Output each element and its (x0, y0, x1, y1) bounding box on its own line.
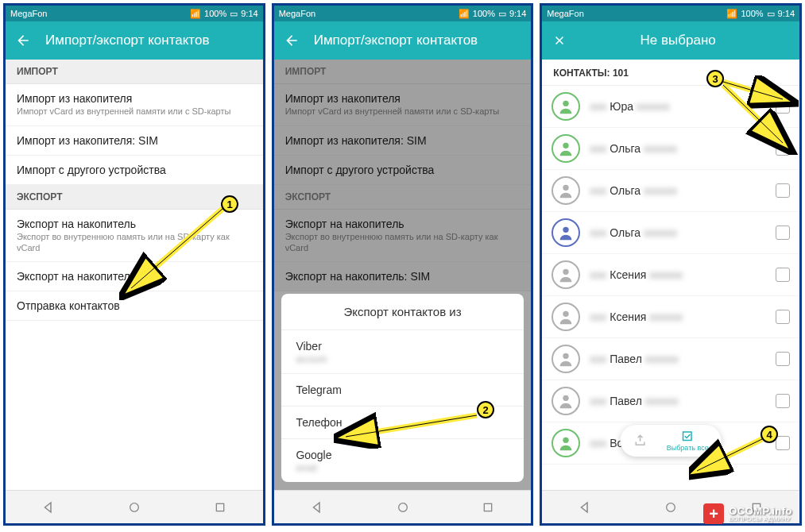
row-import-storage[interactable]: Импорт из накопителя Импорт vCard из вну… (6, 84, 263, 126)
watermark-line1: OCOMP.info (729, 506, 792, 516)
svg-point-11 (563, 395, 569, 401)
clock-label: 9:14 (778, 9, 795, 18)
battery-icon: ▭ (498, 9, 506, 19)
contact-checkbox[interactable] (776, 268, 790, 282)
contact-checkbox[interactable] (776, 436, 790, 450)
svg-rect-3 (485, 503, 492, 511)
contact-row[interactable]: xxx Павел xxxxxx (542, 338, 799, 380)
carrier-label: MegaFon (279, 9, 315, 18)
svg-point-4 (563, 101, 569, 106)
contact-checkbox[interactable] (776, 183, 790, 198)
annotation-arrow-2 (334, 409, 485, 449)
svg-point-8 (563, 269, 569, 275)
nav-home-icon[interactable] (655, 496, 687, 519)
contact-name-label: xxx Ксения xxxxxx (590, 310, 776, 323)
app-header: Импорт/экспорт контактов (274, 21, 532, 60)
contact-name-label: xxx Павел xxxxxx (590, 395, 776, 407)
row-import-other-device[interactable]: Импорт с другого устройства (6, 156, 263, 185)
contact-row[interactable]: xxx Ксения xxxxxx (542, 296, 799, 338)
dialog-option-viber[interactable]: Viber account (281, 330, 523, 374)
app-header: Не выбрано (542, 21, 799, 60)
avatar-icon (552, 260, 580, 289)
clock-label: 9:14 (509, 9, 526, 18)
avatar-icon (552, 218, 580, 247)
svg-point-14 (667, 503, 675, 511)
svg-point-10 (563, 353, 569, 359)
annotation-arrow-1 (119, 205, 230, 300)
svg-point-9 (563, 311, 569, 317)
annotation-arrow-3b (719, 83, 799, 155)
signal-icon: 📶 (190, 9, 201, 19)
annotation-marker-3: 3 (706, 70, 724, 87)
page-title: Не выбрано (566, 33, 790, 48)
annotation-marker-1: 1 (221, 195, 238, 213)
nav-recent-icon[interactable] (472, 496, 504, 519)
avatar-icon (552, 176, 580, 205)
svg-point-5 (563, 143, 569, 148)
page-title: Импорт/экспорт контактов (314, 33, 478, 48)
watermark-line2: ВОПРОСЫ АДМИНУ (729, 516, 792, 522)
annotation-arrow-4 (689, 435, 768, 483)
avatar-icon (552, 429, 580, 457)
svg-point-0 (130, 503, 138, 511)
dialog-title: Экспорт контактов из (281, 294, 523, 330)
watermark-plus-icon: + (703, 503, 724, 524)
avatar-icon (552, 92, 580, 121)
back-arrow-icon[interactable] (15, 33, 31, 48)
annotation-marker-4: 4 (760, 426, 778, 443)
status-bar: MegaFon 📶 100% ▭ 9:14 (542, 6, 799, 21)
back-arrow-icon[interactable] (284, 33, 300, 48)
svg-rect-1 (216, 503, 223, 511)
svg-line-19 (346, 415, 477, 437)
section-header-import: ИМПОРТ (6, 60, 263, 84)
row-import-sim[interactable]: Импорт из накопителя: SIM (6, 126, 263, 156)
contact-name-label: xxx Ксения xxxxxx (590, 268, 776, 281)
svg-line-25 (697, 439, 762, 471)
carrier-label: MegaFon (547, 9, 583, 18)
svg-line-23 (723, 85, 783, 143)
battery-icon: ▭ (230, 9, 238, 19)
svg-point-12 (563, 438, 569, 443)
share-icon[interactable] (633, 434, 648, 448)
contact-name-label: xxx Павел xxxxxx (590, 353, 776, 365)
system-nav-bar (6, 490, 263, 523)
contact-checkbox[interactable] (776, 226, 790, 240)
status-bar: MegaFon 📶 100% ▭ 9:14 (6, 6, 263, 21)
contact-checkbox[interactable] (776, 310, 790, 324)
nav-recent-icon[interactable] (204, 496, 236, 519)
battery-label: 100% (473, 9, 495, 18)
contact-checkbox[interactable] (776, 394, 790, 408)
svg-point-6 (563, 185, 569, 191)
watermark: + OCOMP.info ВОПРОСЫ АДМИНУ (697, 500, 799, 527)
export-source-dialog: Экспорт контактов из Viber account Teleg… (281, 294, 523, 482)
signal-icon: 📶 (459, 9, 470, 19)
nav-home-icon[interactable] (118, 496, 150, 519)
contact-checkbox[interactable] (776, 352, 790, 366)
nav-home-icon[interactable] (387, 496, 419, 519)
status-bar: MegaFon 📶 100% ▭ 9:14 (274, 6, 532, 21)
system-nav-bar (274, 490, 532, 523)
contact-name-label: xxx Ольга xxxxxx (590, 226, 776, 239)
annotation-marker-2: 2 (477, 401, 494, 418)
signal-icon: 📶 (726, 9, 737, 19)
contact-row[interactable]: xxx Ольга xxxxxx (542, 170, 799, 212)
svg-line-17 (131, 209, 223, 288)
battery-label: 100% (741, 9, 763, 18)
nav-back-icon[interactable] (301, 496, 333, 519)
carrier-label: MegaFon (10, 9, 47, 18)
contact-row[interactable]: xxx Ольга xxxxxx (542, 212, 799, 254)
avatar-icon (552, 303, 580, 331)
contact-row[interactable]: xxx Павел xxxxxx (542, 380, 799, 422)
nav-back-icon[interactable] (569, 496, 601, 519)
nav-back-icon[interactable] (33, 496, 64, 519)
close-icon[interactable] (552, 33, 567, 48)
contact-name-label: xxx Ольга xxxxxx (590, 184, 776, 197)
avatar-icon (552, 345, 580, 373)
contact-row[interactable]: xxx Ксения xxxxxx (542, 254, 799, 296)
battery-icon: ▭ (767, 9, 775, 19)
page-title: Импорт/экспорт контактов (45, 33, 209, 48)
battery-label: 100% (204, 9, 226, 18)
avatar-icon (552, 387, 580, 415)
clock-label: 9:14 (241, 9, 257, 18)
svg-point-2 (398, 503, 407, 511)
